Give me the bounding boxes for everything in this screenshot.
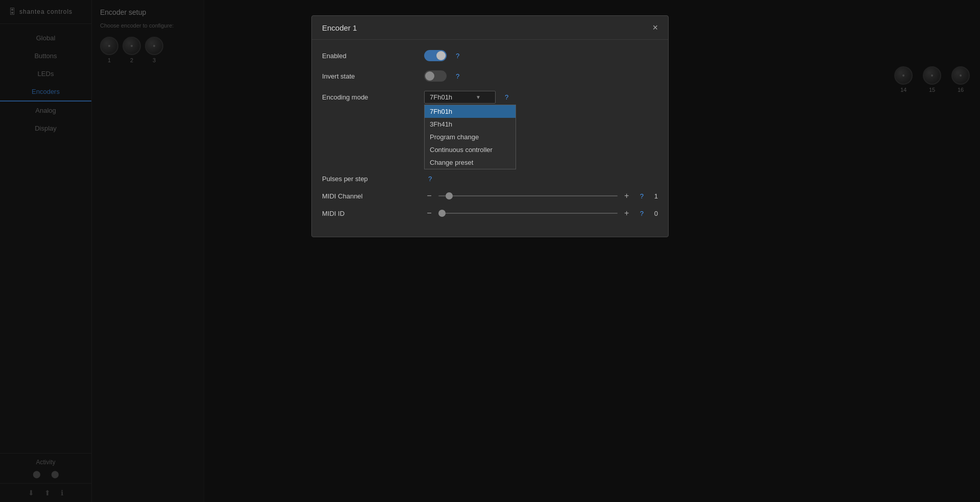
pulses-per-step-label: Pulses per step <box>322 175 424 183</box>
invert-state-control: ? <box>424 70 658 82</box>
pulses-per-step-control: ? <box>424 175 658 183</box>
enabled-toggle[interactable] <box>424 50 447 61</box>
dropdown-item-3fh41h[interactable]: 3Fh41h <box>425 118 516 131</box>
encoding-mode-control: 7Fh01h ▼ 7Fh01h 3Fh41h Program change Co… <box>424 91 658 104</box>
midi-channel-control: − + ? 1 <box>424 192 658 200</box>
dropdown-item-continuous-controller[interactable]: Continuous controller <box>425 143 516 156</box>
midi-channel-row: MIDI Channel − + ? 1 <box>322 192 658 200</box>
encoding-mode-dropdown: 7Fh01h 3Fh41h Program change Continuous … <box>424 105 516 169</box>
modal-header: Encoder 1 × <box>312 16 668 40</box>
encoding-mode-select[interactable]: 7Fh01h ▼ <box>424 91 496 104</box>
midi-channel-minus-btn[interactable]: − <box>424 192 434 200</box>
pulses-per-step-row: Pulses per step ? <box>322 175 658 183</box>
encoding-mode-row: Encoding mode 7Fh01h ▼ 7Fh01h 3Fh41h <box>322 91 658 104</box>
midi-channel-slider-row: − + ? 1 <box>424 192 658 200</box>
midi-channel-slider-thumb <box>446 192 453 199</box>
midi-id-slider-row: − + ? 0 <box>424 209 658 217</box>
midi-channel-label: MIDI Channel <box>322 192 424 200</box>
midi-id-label: MIDI ID <box>322 210 424 217</box>
modal-close-button[interactable]: × <box>652 23 658 32</box>
modal-title: Encoder 1 <box>322 23 357 32</box>
midi-id-plus-btn[interactable]: + <box>622 209 632 217</box>
encoding-mode-select-wrapper: 7Fh01h ▼ 7Fh01h 3Fh41h Program change Co… <box>424 91 496 104</box>
encoder-modal: Encoder 1 × Enabled ? Invert state <box>311 15 669 237</box>
enabled-control: ? <box>424 50 658 61</box>
encoding-mode-value: 7Fh01h <box>430 93 452 101</box>
midi-id-value: 0 <box>648 210 658 217</box>
midi-id-slider-track[interactable] <box>438 213 618 214</box>
midi-id-help-icon[interactable]: ? <box>640 210 644 217</box>
modal-body: Enabled ? Invert state <box>312 40 668 237</box>
invert-state-row: Invert state ? <box>322 70 658 82</box>
enabled-label: Enabled <box>322 52 424 60</box>
enabled-help-icon[interactable]: ? <box>456 52 459 60</box>
pulses-per-step-help-icon[interactable]: ? <box>428 175 432 183</box>
invert-state-toggle-knob <box>425 71 434 81</box>
midi-id-minus-btn[interactable]: − <box>424 209 434 217</box>
dropdown-item-change-preset[interactable]: Change preset <box>425 156 516 169</box>
encoding-mode-label: Encoding mode <box>322 93 424 101</box>
invert-state-toggle[interactable] <box>424 70 447 82</box>
dropdown-item-program-change[interactable]: Program change <box>425 131 516 143</box>
enabled-toggle-knob <box>436 51 446 60</box>
midi-channel-help-icon[interactable]: ? <box>640 192 644 200</box>
midi-id-slider-thumb <box>438 210 446 217</box>
app-wrapper: 🎛 shantea controls Global Buttons LEDs E… <box>0 0 980 502</box>
modal-overlay: Encoder 1 × Enabled ? Invert state <box>0 0 980 502</box>
encoding-mode-help-icon[interactable]: ? <box>505 93 508 101</box>
enabled-row: Enabled ? <box>322 50 658 61</box>
midi-channel-plus-btn[interactable]: + <box>622 192 632 200</box>
midi-id-row: MIDI ID − + ? 0 <box>322 209 658 217</box>
encoding-mode-arrow: ▼ <box>476 94 481 100</box>
dropdown-item-7fh01h[interactable]: 7Fh01h <box>425 105 516 118</box>
invert-state-help-icon[interactable]: ? <box>456 72 459 80</box>
invert-state-label: Invert state <box>322 72 424 80</box>
midi-channel-value: 1 <box>648 192 658 200</box>
midi-channel-slider-track[interactable] <box>438 195 618 196</box>
midi-id-control: − + ? 0 <box>424 209 658 217</box>
